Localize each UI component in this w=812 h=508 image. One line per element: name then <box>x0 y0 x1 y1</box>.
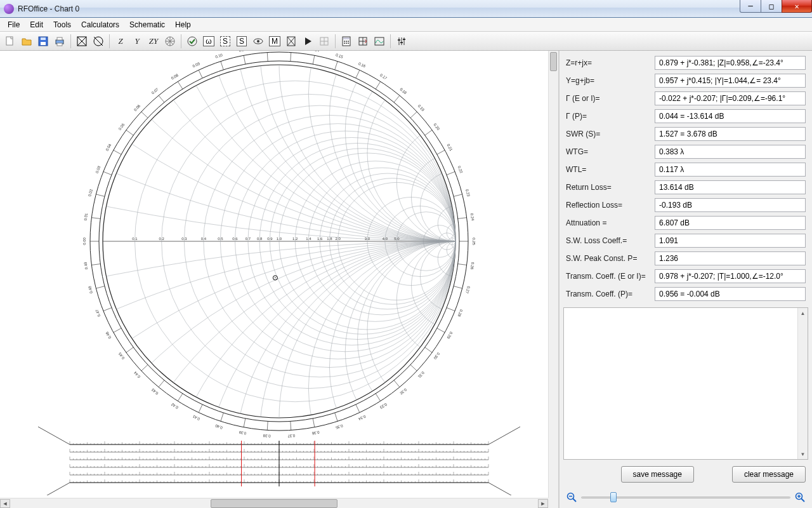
svg-line-60 <box>141 112 148 118</box>
menu-tools[interactable]: Tools <box>48 19 76 30</box>
svg-text:0.23: 0.23 <box>465 189 471 197</box>
readout-value[interactable] <box>655 91 806 105</box>
open-folder-icon[interactable] <box>19 34 34 49</box>
zoom-out-icon[interactable] <box>566 491 577 503</box>
z-chart-icon[interactable] <box>74 34 89 49</box>
scroll-right-icon[interactable]: ► <box>538 499 548 508</box>
svg-line-90 <box>437 150 445 154</box>
m-icon[interactable]: M <box>267 34 282 49</box>
svg-text:1.2: 1.2 <box>292 237 298 241</box>
menu-schematic[interactable]: Schematic <box>124 19 170 30</box>
svg-point-30 <box>346 41 347 42</box>
menu-calculators[interactable]: Calculators <box>76 19 124 30</box>
compass-icon[interactable] <box>162 34 178 49</box>
svg-text:0.27: 0.27 <box>465 286 471 294</box>
eye-icon[interactable] <box>251 34 266 49</box>
y-letter-icon[interactable]: Y <box>129 34 145 49</box>
readout-value[interactable] <box>655 56 806 70</box>
scroll-left-icon[interactable]: ◄ <box>0 499 10 508</box>
readout-row: Transm. Coeff. (P)= <box>566 287 806 301</box>
svg-text:0.06: 0.06 <box>133 104 141 112</box>
message-scrollbar[interactable]: ▲▼ <box>797 308 808 459</box>
readout-value[interactable] <box>655 216 806 230</box>
readout-value[interactable] <box>655 251 806 265</box>
readout-value[interactable] <box>655 127 806 141</box>
window-maximize-button[interactable]: □ <box>761 0 782 13</box>
readout-label: S.W. Peak Const. P= <box>566 254 655 263</box>
menu-help[interactable]: Help <box>170 19 196 30</box>
app-icon <box>4 4 14 14</box>
svg-text:0.08: 0.08 <box>171 73 180 81</box>
new-file-icon[interactable] <box>3 34 18 49</box>
check-icon[interactable] <box>185 34 200 49</box>
tool-grid1-icon[interactable] <box>317 34 332 49</box>
window-title: RFOffice - Chart 0 <box>18 4 79 13</box>
svg-line-72 <box>267 53 268 62</box>
readout-value[interactable] <box>655 74 806 88</box>
svg-marker-23 <box>305 37 311 45</box>
waveform-icon[interactable] <box>372 34 387 49</box>
svg-line-50 <box>91 218 100 219</box>
svg-text:0.36: 0.36 <box>311 431 320 436</box>
svg-line-92 <box>447 171 455 175</box>
z-letter-icon[interactable]: Z <box>113 34 128 49</box>
svg-line-64 <box>178 81 183 89</box>
calculator-icon[interactable] <box>339 34 354 49</box>
y-chart-icon[interactable] <box>91 34 106 49</box>
save-message-button[interactable]: save message <box>621 466 694 483</box>
svg-point-29 <box>344 41 345 42</box>
readout-value[interactable] <box>655 234 806 248</box>
window-minimize-button[interactable]: ─ <box>740 0 761 13</box>
svg-line-134 <box>159 380 164 387</box>
svg-point-34 <box>348 43 349 44</box>
svg-text:0.8: 0.8 <box>257 237 263 241</box>
menu-edit[interactable]: Edit <box>25 19 48 30</box>
readout-value[interactable] <box>655 109 806 123</box>
save-icon[interactable] <box>36 34 51 49</box>
print-icon[interactable] <box>52 34 67 49</box>
svg-text:0.33: 0.33 <box>379 403 388 410</box>
readout-value[interactable] <box>655 180 806 194</box>
message-box[interactable]: ▲▼ <box>563 307 808 460</box>
grid-arrows-icon[interactable] <box>355 34 370 49</box>
readout-label: S.W. Loss Coeff.= <box>566 236 655 245</box>
zoom-slider[interactable] <box>581 491 790 503</box>
svg-rect-0 <box>6 37 13 45</box>
window-titlebar: RFOffice - Chart 0 ─ □ ✕ <box>0 0 812 18</box>
readout-label: WTG= <box>566 147 655 156</box>
clear-message-button[interactable]: clear message <box>732 466 806 483</box>
play-icon[interactable] <box>300 34 315 49</box>
readout-value[interactable] <box>655 287 806 301</box>
readout-label: Transm. Coeff. (P)= <box>566 290 655 298</box>
svg-text:0.24: 0.24 <box>470 213 475 221</box>
menu-file[interactable]: File <box>3 19 25 30</box>
sliders-icon[interactable] <box>394 34 409 49</box>
readout-value[interactable] <box>655 163 806 177</box>
readout-value[interactable] <box>655 145 806 159</box>
smith-chart[interactable]: 0.000.010.020.030.040.050.060.070.080.09… <box>0 51 548 498</box>
zoom-in-icon[interactable] <box>794 491 806 503</box>
readout-row: Transm. Coeff. (E or I)= <box>566 269 806 283</box>
s-box-icon[interactable]: S <box>234 34 249 49</box>
chart-vertical-scrollbar[interactable] <box>548 51 558 498</box>
readout-value[interactable] <box>655 269 806 283</box>
svg-text:0.09: 0.09 <box>192 62 201 69</box>
chart-horizontal-scrollbar[interactable]: ◄ ► <box>0 498 548 508</box>
zy-letter-icon[interactable]: ZY <box>146 34 161 49</box>
svg-text:0.2: 0.2 <box>159 237 164 241</box>
toolbar-separator <box>109 34 110 48</box>
svg-text:0.21: 0.21 <box>447 144 454 152</box>
svg-line-88 <box>425 130 432 135</box>
svg-line-94 <box>454 194 462 196</box>
svg-point-31 <box>348 41 349 42</box>
s-param-icon[interactable]: S <box>218 34 233 49</box>
hourglass-icon[interactable] <box>284 34 299 49</box>
readout-label: Reflection Loss= <box>566 201 655 210</box>
svg-text:0.31: 0.31 <box>417 371 425 379</box>
svg-text:0.43: 0.43 <box>150 387 159 395</box>
readout-row: Reflection Loss= <box>566 198 806 212</box>
window-close-button[interactable]: ✕ <box>782 0 812 13</box>
readout-value[interactable] <box>655 198 806 212</box>
svg-text:0.26: 0.26 <box>470 262 475 270</box>
omega-icon[interactable]: ω <box>201 34 216 49</box>
